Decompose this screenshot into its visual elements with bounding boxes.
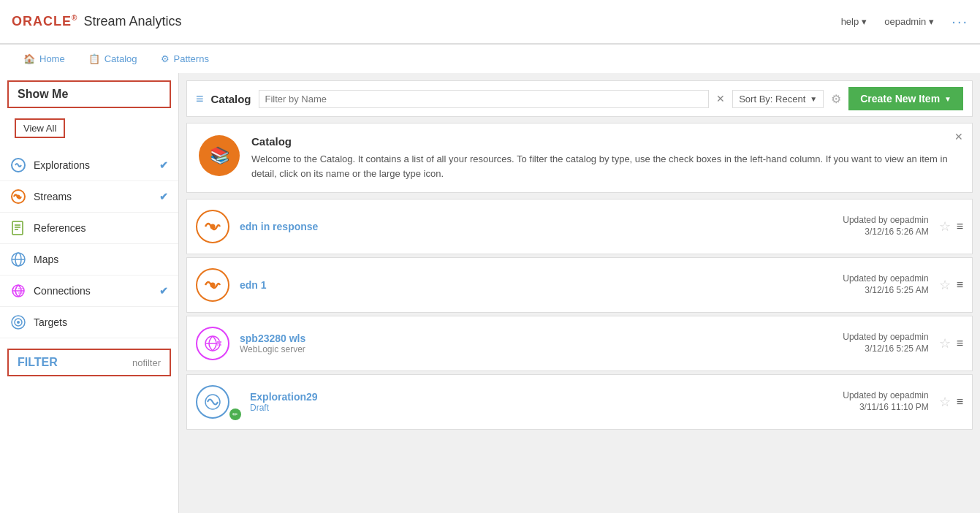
info-banner-content: Catalog Welcome to the Catalog. It conta… <box>251 135 960 180</box>
sidebar-item-streams[interactable]: Streams ✔ <box>0 181 178 213</box>
filter-clear-icon[interactable]: ✕ <box>716 93 725 104</box>
sort-dropdown[interactable]: Sort By: Recent ▼ <box>732 90 824 108</box>
stream-type-icon[interactable] <box>196 268 229 302</box>
catalog-item-draft-label: Draft <box>250 403 832 413</box>
catalog-item-name[interactable]: Exploration29 <box>250 391 832 403</box>
catalog-item-meta: Updated by oepadmin 3/12/16 5:26 AM <box>843 215 928 238</box>
info-banner-text: Welcome to the Catalog. It contains a li… <box>251 152 960 180</box>
updated-date: 3/11/16 11:10 PM <box>843 402 928 412</box>
info-banner-title: Catalog <box>251 135 960 148</box>
catalog-item: edn in response Updated by oepadmin 3/12… <box>186 199 973 254</box>
sidebar-item-explorations[interactable]: Explorations ✔ <box>0 150 178 181</box>
info-banner: 📚 Catalog Welcome to the Catalog. It con… <box>186 123 973 193</box>
connections-label: Connections <box>34 285 152 297</box>
updated-by: Updated by oepadmin <box>843 273 928 284</box>
home-icon: 🏠 <box>23 53 35 64</box>
updated-by: Updated by oepadmin <box>843 390 928 400</box>
user-label: oepadmin <box>884 16 926 27</box>
sort-label: Sort By: Recent <box>739 94 805 104</box>
sidebar-item-targets[interactable]: Targets <box>0 307 178 338</box>
targets-icon <box>10 314 26 330</box>
svg-point-2 <box>17 195 20 199</box>
catalog-item-name[interactable]: edn in response <box>240 221 832 232</box>
help-label: help <box>841 16 859 27</box>
connection-type-icon[interactable] <box>196 327 229 360</box>
catalog-header: ≡ Catalog ✕ Sort By: Recent ▼ ⚙ Create N… <box>186 80 973 117</box>
nav-catalog[interactable]: 📋 Catalog <box>77 45 149 74</box>
catalog-item-info: Exploration29 Draft <box>250 391 832 413</box>
catalog-item-name[interactable]: spb23280 wls <box>240 332 832 344</box>
updated-date: 3/12/16 5:26 AM <box>843 227 928 237</box>
settings-icon[interactable]: ⚙ <box>831 92 841 106</box>
catalog-title: Catalog <box>211 93 251 105</box>
item-menu-icon[interactable]: ≡ <box>957 337 963 350</box>
show-me-section: Show Me <box>7 80 171 108</box>
more-options[interactable]: ··· <box>951 13 968 30</box>
topbar: ORACLE® Stream Analytics help ▾ oepadmin… <box>0 0 980 44</box>
create-dropdown-arrow-icon: ▼ <box>944 95 951 103</box>
main-content: ≡ Catalog ✕ Sort By: Recent ▼ ⚙ Create N… <box>179 73 980 513</box>
show-me-label: Show Me <box>18 88 68 100</box>
catalog-item: ✏ Exploration29 Draft Updated by oepadmi… <box>186 374 973 430</box>
catalog-item-info: edn in response <box>240 221 832 232</box>
help-menu[interactable]: help ▾ <box>841 16 867 27</box>
catalog-item-actions: ☆ ≡ <box>939 394 963 410</box>
favorite-star-icon[interactable]: ☆ <box>939 335 951 352</box>
item-menu-icon[interactable]: ≡ <box>957 278 963 292</box>
catalog-item-meta: Updated by oepadmin 3/11/16 11:10 PM <box>843 390 928 414</box>
view-all-button[interactable]: View All <box>15 118 65 138</box>
catalog-item-info: edn 1 <box>240 279 832 291</box>
nav-bar: 🏠 Home 📋 Catalog ⚙ Patterns <box>0 44 980 73</box>
catalog-icon: 📋 <box>88 53 100 64</box>
explorations-label: Explorations <box>34 159 152 171</box>
catalog-type-icon: 📚 <box>199 135 240 176</box>
info-banner-close-icon[interactable]: ✕ <box>954 131 963 142</box>
catalog-item-info: spb23280 wls WebLogic server <box>240 332 832 354</box>
filter-by-name-input[interactable] <box>259 90 710 108</box>
item-menu-icon[interactable]: ≡ <box>957 395 963 408</box>
svg-point-17 <box>210 224 216 229</box>
svg-rect-3 <box>12 221 23 235</box>
oracle-brand: ORACLE® <box>12 14 77 29</box>
catalog-item-name[interactable]: edn 1 <box>240 279 832 291</box>
filter-label: FILTER <box>18 356 58 369</box>
catalog-item: spb23280 wls WebLogic server Updated by … <box>186 316 973 371</box>
favorite-star-icon[interactable]: ☆ <box>939 277 951 293</box>
explorations-icon <box>10 157 26 173</box>
updated-by: Updated by oepadmin <box>843 332 928 342</box>
create-new-item-button[interactable]: Create New Item ▼ <box>848 87 963 110</box>
catalog-item-actions: ☆ ≡ <box>939 218 963 235</box>
edit-badge-icon: ✏ <box>232 411 238 418</box>
catalog-item-actions: ☆ ≡ <box>939 277 963 293</box>
favorite-star-icon[interactable]: ☆ <box>939 218 951 235</box>
home-label: Home <box>39 53 65 64</box>
stream-type-icon[interactable] <box>196 210 229 243</box>
sort-arrow-icon: ▼ <box>810 95 817 103</box>
item-menu-icon[interactable]: ≡ <box>957 220 963 233</box>
catalog-list-icon: ≡ <box>196 91 204 107</box>
help-chevron-icon: ▾ <box>862 16 867 27</box>
nav-patterns[interactable]: ⚙ Patterns <box>149 45 221 74</box>
connections-icon <box>10 283 26 299</box>
user-menu[interactable]: oepadmin ▾ <box>884 16 934 27</box>
catalog-item-actions: ☆ ≡ <box>939 335 963 352</box>
sidebar-item-maps[interactable]: Maps <box>0 244 178 276</box>
catalog-item-meta: Updated by oepadmin 3/12/16 5:25 AM <box>843 273 928 297</box>
nav-home[interactable]: 🏠 Home <box>12 45 77 74</box>
patterns-icon: ⚙ <box>161 53 170 64</box>
catalog-item-meta: Updated by oepadmin 3/12/16 5:25 AM <box>843 332 928 355</box>
updated-date: 3/12/16 5:25 AM <box>843 285 928 295</box>
streams-icon <box>10 189 26 205</box>
app-title: Stream Analytics <box>83 14 181 29</box>
targets-label: Targets <box>34 316 168 328</box>
streams-check-icon: ✔ <box>159 191 168 202</box>
favorite-star-icon[interactable]: ☆ <box>939 394 951 410</box>
sidebar-item-connections[interactable]: Connections ✔ <box>0 276 178 307</box>
sidebar-item-references[interactable]: References <box>0 213 178 244</box>
filter-value: nofilter <box>132 357 161 368</box>
connections-check-icon: ✔ <box>159 285 168 297</box>
patterns-label: Patterns <box>174 53 209 64</box>
explorations-check-icon: ✔ <box>159 159 168 171</box>
updated-date: 3/12/16 5:25 AM <box>843 343 928 354</box>
layout: Show Me View All Explorations ✔ <box>0 73 980 513</box>
